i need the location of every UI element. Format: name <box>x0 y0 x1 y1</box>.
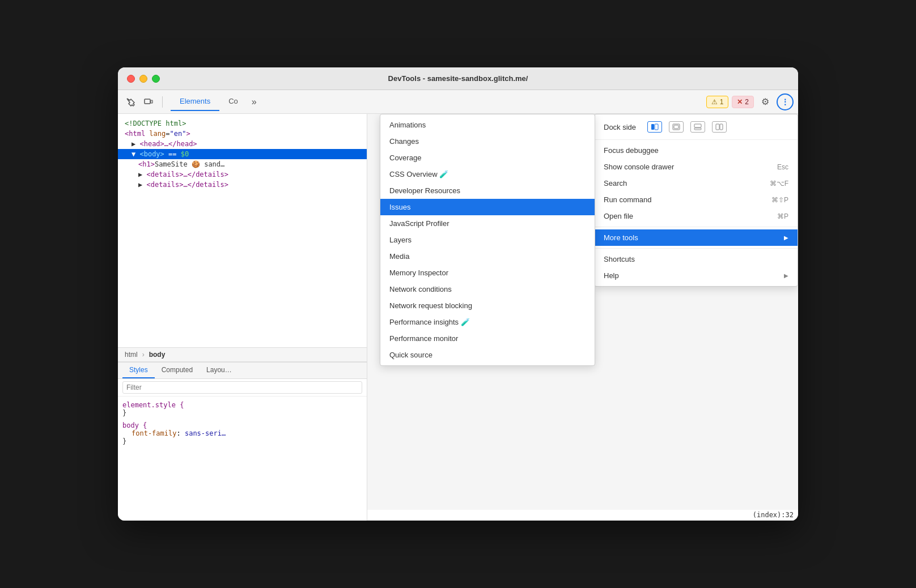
menu-item-issues[interactable]: Issues <box>380 199 595 215</box>
more-icon: ⋮ <box>781 97 789 106</box>
menu-item-quick-source[interactable]: Quick source <box>380 347 595 363</box>
tab-elements[interactable]: Elements <box>171 92 219 111</box>
svg-rect-8 <box>716 124 719 130</box>
menu-item-open-file[interactable]: Open file ⌘P <box>595 208 798 224</box>
svg-rect-9 <box>720 124 723 130</box>
breadcrumb-bar: html › body <box>118 347 367 362</box>
css-rule-element: element.style { } <box>122 401 362 417</box>
menu-item-animations[interactable]: Animations <box>380 117 595 133</box>
svg-rect-3 <box>655 124 658 130</box>
tab-more-button[interactable]: » <box>247 95 261 109</box>
svg-rect-0 <box>145 99 150 104</box>
menu-item-performance-monitor[interactable]: Performance monitor <box>380 330 595 347</box>
dock-undock-button[interactable] <box>669 121 684 133</box>
traffic-lights <box>127 75 160 83</box>
devtools-body: Elements Co » ⚠ 1 ✕ 2 ⚙ <box>118 90 798 521</box>
panels-row: <!DOCTYPE html> <html lang="en"> ▶ <head… <box>118 114 798 521</box>
gear-icon: ⚙ <box>761 96 769 107</box>
svg-rect-6 <box>694 124 701 127</box>
svg-rect-7 <box>694 128 701 130</box>
svg-rect-2 <box>651 124 654 130</box>
menu-item-performance-insights[interactable]: Performance insights 🧪 <box>380 314 595 330</box>
menu-item-run-command[interactable]: Run command ⌘⇧P <box>595 191 798 208</box>
dock-side-label: Dock side <box>604 123 636 131</box>
svg-rect-5 <box>674 125 678 129</box>
device-toggle-icon[interactable] <box>141 94 156 110</box>
menu-item-more-tools[interactable]: More tools ▶ <box>595 229 798 246</box>
menu-item-focus-debuggee[interactable]: Focus debuggee <box>595 142 798 159</box>
html-line-details-1[interactable]: ▶ <details>…</details> <box>118 169 367 180</box>
minimize-button[interactable] <box>139 75 147 83</box>
html-line-head[interactable]: ▶ <head>…</head> <box>118 139 367 149</box>
tab-computed[interactable]: Computed <box>155 363 200 378</box>
styles-bottom-panel: Styles Computed Layou… element.style { } <box>118 362 367 521</box>
html-line-h1[interactable]: <h1>SameSite 🍪 sand… <box>118 159 367 169</box>
window-title: DevTools - samesite-sandbox.glitch.me/ <box>388 74 528 83</box>
html-tree: <!DOCTYPE html> <html lang="en"> ▶ <head… <box>118 114 367 347</box>
top-toolbar: Elements Co » ⚠ 1 ✕ 2 ⚙ <box>118 90 798 114</box>
warning-badge[interactable]: ⚠ 1 <box>706 96 729 108</box>
menu-item-coverage[interactable]: Coverage <box>380 150 595 166</box>
console-index-line: (index):32 <box>367 510 798 521</box>
main-menu-section-2: More tools ▶ <box>595 227 798 249</box>
filter-bar <box>118 379 367 397</box>
menu-item-network-conditions[interactable]: Network conditions <box>380 281 595 297</box>
maximize-button[interactable] <box>152 75 160 83</box>
menu-item-show-console-drawer[interactable]: Show console drawer Esc <box>595 159 798 175</box>
tab-bar: Elements Co » <box>171 92 706 111</box>
menu-item-developer-resources[interactable]: Developer Resources <box>380 182 595 199</box>
html-line-body[interactable]: ▼ <body> == $0 <box>118 149 367 159</box>
html-line-details-2[interactable]: ▶ <details>…</details> <box>118 180 367 190</box>
filter-input[interactable] <box>122 381 362 394</box>
dock-left-button[interactable] <box>647 121 662 133</box>
close-button[interactable] <box>127 75 135 83</box>
toolbar-icons <box>122 94 166 110</box>
main-context-menu: Dock side <box>594 114 798 287</box>
html-line-doctype: <!DOCTYPE html> <box>118 118 367 129</box>
tab-styles[interactable]: Styles <box>122 363 155 378</box>
dock-side-row: Dock side <box>595 117 798 137</box>
titlebar: DevTools - samesite-sandbox.glitch.me/ <box>118 67 798 90</box>
html-line-html[interactable]: <html lang="en"> <box>118 129 367 139</box>
menu-item-memory-inspector[interactable]: Memory Inspector <box>380 265 595 281</box>
breadcrumb-html[interactable]: html <box>122 350 140 359</box>
settings-button[interactable]: ⚙ <box>757 94 773 110</box>
styles-tab-bar: Styles Computed Layou… <box>118 363 367 379</box>
warning-count: 1 <box>720 98 724 106</box>
devtools-window: DevTools - samesite-sandbox.glitch.me/ <box>118 67 798 521</box>
menu-item-changes[interactable]: Changes <box>380 133 595 150</box>
right-panel: (index):32 Dock side <box>367 114 798 521</box>
menu-item-shortcuts[interactable]: Shortcuts <box>595 251 798 267</box>
svg-rect-1 <box>151 100 152 103</box>
menu-item-search[interactable]: Search ⌘⌥F <box>595 175 798 191</box>
menu-item-layers[interactable]: Layers <box>380 232 595 248</box>
menu-item-css-overview[interactable]: CSS Overview 🧪 <box>380 166 595 182</box>
dock-right-button[interactable] <box>712 121 727 133</box>
menu-item-network-request-blocking[interactable]: Network request blocking <box>380 297 595 314</box>
error-icon: ✕ <box>737 98 743 106</box>
main-menu-section-1: Focus debuggee Show console drawer Esc S… <box>595 140 798 227</box>
left-panel: <!DOCTYPE html> <html lang="en"> ▶ <head… <box>118 114 367 521</box>
toolbar-divider <box>162 96 163 108</box>
more-menu-button[interactable]: ⋮ <box>777 93 794 110</box>
menu-item-help[interactable]: Help ▶ <box>595 267 798 284</box>
toolbar-right: ⚠ 1 ✕ 2 ⚙ ⋮ <box>706 93 794 110</box>
tab-console[interactable]: Co <box>219 92 247 111</box>
css-rule-body: body { font-family: sans-seri… } <box>122 421 362 445</box>
tab-layout[interactable]: Layou… <box>200 363 239 378</box>
menu-item-media[interactable]: Media <box>380 248 595 265</box>
styles-content: element.style { } body { font-family: sa… <box>118 397 367 521</box>
dock-side-section: Dock side <box>595 114 798 140</box>
dock-bottom-button[interactable] <box>690 121 705 133</box>
menu-item-javascript-profiler[interactable]: JavaScript Profiler <box>380 215 595 232</box>
breadcrumb-body[interactable]: body <box>147 350 168 359</box>
more-tools-section: Animations Changes Coverage CSS Overview… <box>380 114 595 365</box>
warning-icon: ⚠ <box>711 98 718 106</box>
main-menu-section-3: Shortcuts Help ▶ <box>595 249 798 286</box>
more-tools-submenu: Animations Changes Coverage CSS Overview… <box>380 114 595 366</box>
error-badge[interactable]: ✕ 2 <box>732 96 754 108</box>
inspector-icon[interactable] <box>122 94 138 110</box>
error-count: 2 <box>745 98 749 106</box>
